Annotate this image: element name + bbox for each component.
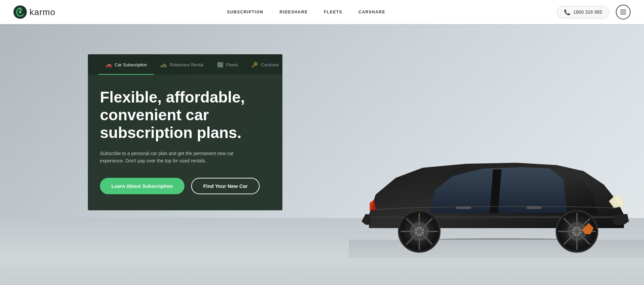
learn-about-subscription-button[interactable]: Learn About Subscription xyxy=(100,178,184,194)
nav-rideshare[interactable]: RIDESHARE xyxy=(280,10,308,14)
find-your-new-car-button[interactable]: Find Your New Car xyxy=(191,178,260,194)
tab-car-subscription[interactable]: 🚗 Car Subscription xyxy=(99,54,154,75)
svg-rect-3 xyxy=(349,240,644,258)
tab-carshare[interactable]: 🔑 Carshare xyxy=(245,54,282,75)
menu-bar-3 xyxy=(620,14,626,14)
main-nav: SUBSCRIPTION RIDESHARE FLEETS CARSHARE xyxy=(227,10,385,14)
hero-headline: Flexible, affordable, convenient car sub… xyxy=(100,88,270,142)
nav-fleets[interactable]: FLEETS xyxy=(324,10,342,14)
menu-button[interactable] xyxy=(616,5,631,19)
panel-content: Flexible, affordable, convenient car sub… xyxy=(88,75,282,210)
tab-fleets[interactable]: 🔄 Fleets xyxy=(210,54,245,75)
carshare-icon: 🔑 xyxy=(252,62,258,68)
phone-number: 1800 316 965 xyxy=(573,9,602,15)
panel-tabs: 🚗 Car Subscription 🚕 Rideshare Rental 🔄 … xyxy=(88,54,282,75)
logo-icon xyxy=(13,5,27,19)
rideshare-rental-icon: 🚕 xyxy=(160,62,167,68)
hero-section: 🚗 Car Subscription 🚕 Rideshare Rental 🔄 … xyxy=(0,24,644,285)
car-subscription-icon: 🚗 xyxy=(105,62,112,68)
header-right: 📞 1800 316 965 xyxy=(557,5,631,19)
nav-subscription[interactable]: SUBSCRIPTION xyxy=(227,10,264,14)
hero-buttons: Learn About Subscription Find Your New C… xyxy=(100,178,270,194)
hero-panel: 🚗 Car Subscription 🚕 Rideshare Rental 🔄 … xyxy=(88,54,282,210)
hero-subheadline: Subscribe to a personal car plan and get… xyxy=(100,150,254,165)
svg-rect-4 xyxy=(456,206,471,209)
phone-icon: 📞 xyxy=(564,9,571,15)
car-image xyxy=(349,111,644,258)
logo[interactable]: karmo xyxy=(13,5,55,19)
tab-rideshare-rental[interactable]: 🚕 Rideshare Rental xyxy=(154,54,210,75)
fleets-icon: 🔄 xyxy=(217,62,224,68)
menu-bar-2 xyxy=(620,12,626,12)
logo-text: karmo xyxy=(30,7,55,17)
svg-point-1 xyxy=(19,11,21,13)
svg-rect-5 xyxy=(527,206,542,209)
nav-carshare[interactable]: CARSHARE xyxy=(359,10,385,14)
site-header: karmo SUBSCRIPTION RIDESHARE FLEETS CARS… xyxy=(0,0,644,24)
phone-button[interactable]: 📞 1800 316 965 xyxy=(557,6,609,18)
menu-bar-1 xyxy=(620,10,626,10)
